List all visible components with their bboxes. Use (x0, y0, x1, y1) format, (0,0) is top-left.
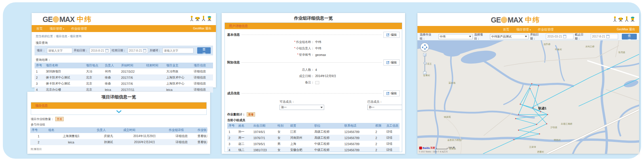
detail-link[interactable]: 详细信息 (192, 68, 213, 74)
group-name-value: 中纬 (315, 40, 321, 44)
zoom-slider-knob[interactable] (423, 62, 427, 64)
cell-leader: 徐淼 (103, 80, 120, 87)
nav-home[interactable]: 首页 (503, 27, 509, 32)
baidu-logo-text: Baidu (423, 147, 430, 149)
track-link[interactable]: 查看轨迹 (196, 133, 207, 139)
geomax-logo: GEMAX 中纬 (43, 15, 92, 24)
zoom-out-button[interactable] (423, 71, 426, 74)
project-select-value: 中纬新产品测试 (491, 35, 512, 39)
nav-project-management[interactable]: 项目管理 ▾ (50, 27, 64, 31)
nav-workgroup-management[interactable]: 作业组管理 (71, 27, 87, 31)
footer-note: 附属项目 (31, 147, 207, 151)
baidu-logo-cn: 百度 (430, 146, 435, 149)
project-input[interactable] (47, 48, 72, 53)
start-date-input[interactable]: 2016-8-21 (90, 48, 110, 53)
detail-link[interactable]: 详细信息 (192, 80, 213, 87)
baidu-logo[interactable]: Baidu百度 (419, 146, 435, 149)
cell-name: 钱二 (237, 147, 252, 152)
table-row: 4钱二1981/7/23女安徽合肥中级工程师1234567892详情 (227, 147, 400, 152)
keyword-input[interactable] (162, 48, 193, 53)
edit-basic-button[interactable]: 编辑 (383, 32, 400, 38)
calendar-icon[interactable] (606, 35, 609, 38)
cell-phone: 123456789 (343, 147, 374, 152)
detail-link[interactable]: 详情 (385, 129, 400, 135)
view-count-button[interactable]: 查看 (55, 117, 64, 121)
map-place-label: 吕巷江南桥 (561, 122, 572, 126)
end-date-value: 2017-8-21 (129, 49, 142, 52)
project-select[interactable]: 中纬新产品测试 (490, 34, 529, 39)
chevron-down-icon (116, 110, 122, 113)
logo-text-ge: GE (43, 15, 52, 24)
chevron-down-icon (469, 36, 471, 37)
detail-link[interactable]: 详细信息 (167, 133, 196, 139)
pan-up-arrow[interactable] (424, 44, 426, 46)
end-date-input[interactable]: 2017-8-21 (128, 48, 148, 53)
cell-name: 徕卡技术中心测试 (45, 80, 85, 87)
calendar-icon[interactable] (143, 49, 146, 52)
detail-link[interactable]: 详细信息 (167, 139, 196, 145)
cell-sex: 女 (276, 129, 289, 135)
cell-perm: 2 (374, 135, 385, 141)
table-row: 1深圳路项目大冶何伟2017/3/22大冶市政详细信息 (35, 68, 213, 74)
available-members-select[interactable]: 张一 (280, 105, 324, 110)
cell-phone: 123456789 (343, 135, 374, 141)
remark-box[interactable] (315, 81, 319, 84)
group-select[interactable]: 中纬 (438, 34, 473, 39)
detail-link[interactable]: 详情 (385, 147, 400, 152)
detail-link[interactable]: 详情 (385, 135, 400, 141)
edit-member-button[interactable]: 编辑 (383, 90, 400, 96)
required-mark: * (294, 46, 295, 50)
divider (242, 35, 382, 35)
col-header: 出生日期 (252, 123, 276, 129)
detail-link[interactable]: 详细信息 (192, 74, 213, 80)
view-workload-button[interactable]: 查看 (247, 112, 255, 117)
detail-link[interactable]: 详情 (385, 141, 400, 147)
workgroup-table: 序号 组名 负责人 成立时间 作业组详情 作业轨迹 1上海测量组1庆骏凡2014… (30, 127, 207, 145)
selected-members-value: 孙一 (369, 105, 375, 109)
logout-link[interactable]: GeoMax 退出 (193, 27, 211, 31)
selected-members-select[interactable]: 孙一 (367, 105, 402, 110)
cell-origin: 河南郑州 (289, 135, 313, 141)
chevron-down-icon: ▾ (530, 29, 531, 31)
pan-right-arrow[interactable] (426, 46, 428, 48)
logout-link[interactable]: GeoMax 退出 (617, 27, 635, 31)
pan-down-arrow[interactable] (424, 48, 426, 50)
query-section-label: 项目查询 (36, 41, 212, 45)
pan-left-arrow[interactable] (422, 46, 423, 48)
edit-label: 编辑 (391, 91, 397, 96)
nav-workgroup-management[interactable]: 作业组管理 (538, 27, 554, 32)
end-date-input[interactable]: 2017-8-21 (591, 34, 618, 39)
col-header: 组名 (47, 127, 95, 133)
map-viewport[interactable]: 叶青村 水利口桥 张高路 小东王 金星村 晨农场 钱家苑 嘉善新力模型厂 史家浜… (417, 40, 639, 154)
zoom-in-button[interactable] (423, 53, 426, 56)
track-link[interactable]: 查看轨迹 (196, 139, 207, 145)
group-name-label: 作业组名称： (296, 40, 314, 44)
calendar-icon[interactable] (563, 35, 566, 38)
gnss-pole-icon (189, 16, 194, 21)
required-mark: * (294, 40, 295, 44)
collapse-toggle[interactable] (31, 109, 206, 115)
search-button[interactable]: 查询 (197, 47, 211, 54)
calendar-icon[interactable] (105, 49, 109, 52)
start-date-input[interactable]: 2015-03-21 (546, 34, 573, 39)
edit-pencil-icon (386, 92, 390, 95)
map-place-label: 连升桥 (544, 43, 550, 46)
nav-home[interactable]: 首页 (36, 27, 43, 31)
cell-owner: 上海技术中心 (165, 80, 192, 87)
divider (242, 62, 382, 63)
zoom-slider[interactable] (424, 56, 425, 71)
col-header: 员工信息 (385, 123, 400, 129)
globe-icon (53, 16, 59, 23)
nav-project-management[interactable]: 项目管理 ▾ (516, 27, 531, 32)
cell-start: 2017/7/6 (120, 74, 145, 80)
map-search-button[interactable]: 查询 (622, 34, 637, 40)
map-pan-control[interactable] (420, 43, 429, 51)
cell-owner: 上海技术中心 (165, 74, 192, 80)
cell-leader: 何伟 (103, 68, 120, 74)
header-bar: GEMAX 中纬 (32, 13, 216, 25)
map-zoom-control[interactable] (423, 53, 426, 76)
edit-extra-button[interactable]: 编辑 (383, 59, 400, 65)
project-field-label: 项目： (37, 48, 45, 53)
col-header: 序号 (30, 127, 47, 133)
map-graphic (417, 40, 639, 154)
